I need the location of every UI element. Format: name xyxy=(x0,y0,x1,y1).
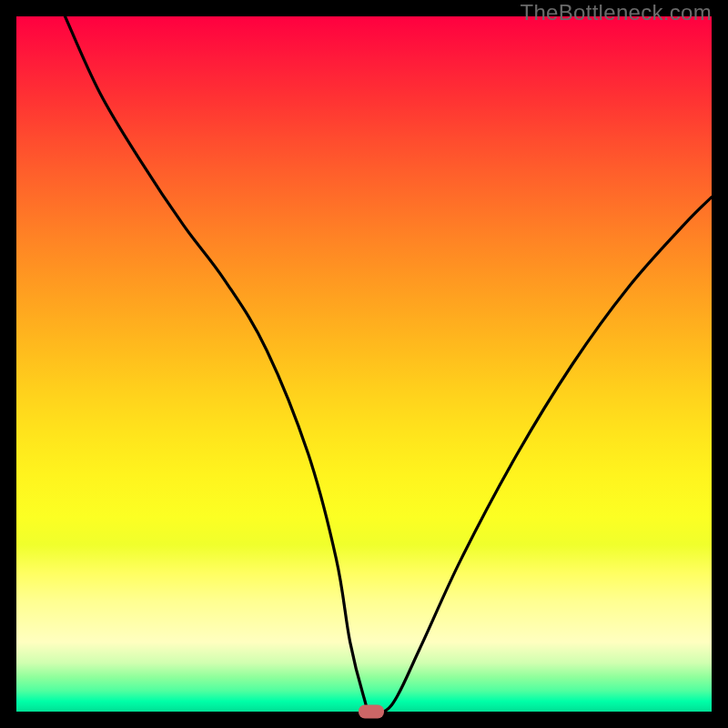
watermark-text: TheBottleneck.com xyxy=(520,0,712,25)
chart-container: TheBottleneck.com xyxy=(0,0,728,728)
plot-area xyxy=(16,16,712,712)
bottleneck-curve xyxy=(16,16,712,712)
optimal-point-marker xyxy=(359,705,384,719)
